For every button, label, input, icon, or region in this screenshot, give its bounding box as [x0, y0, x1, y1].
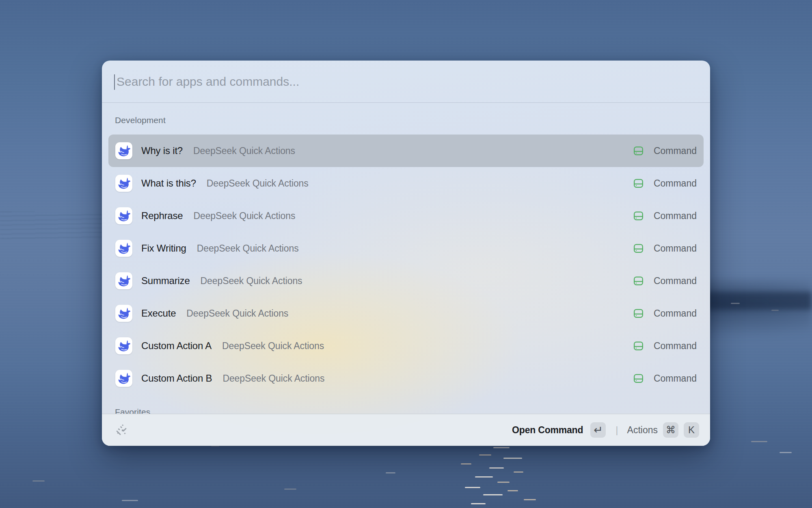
command-subtitle: DeepSeek Quick Actions — [193, 145, 295, 156]
command-row[interactable]: Execute DeepSeek Quick Actions Command — [108, 297, 704, 330]
command-list: Development Why is it? DeepSeek Quick Ac… — [102, 103, 710, 414]
command-accessory: Command — [633, 308, 697, 319]
k-key: K — [684, 422, 699, 438]
command-key: ⌘ — [663, 422, 678, 438]
command-subtitle: DeepSeek Quick Actions — [201, 276, 302, 287]
text-caret — [114, 74, 115, 90]
favorites-section-label: Favorites — [115, 407, 704, 414]
command-title: Summarize — [141, 275, 190, 287]
accessory-label: Command — [654, 211, 697, 221]
accessory-label: Command — [654, 373, 697, 384]
actions-label: Actions — [627, 425, 658, 436]
raycast-logo-icon — [115, 423, 128, 436]
command-subtitle: DeepSeek Quick Actions — [207, 178, 309, 189]
deepseek-whale-icon — [115, 272, 132, 289]
development-section-label: Development — [115, 115, 704, 126]
command-accessory: Command — [633, 211, 697, 221]
deepseek-whale-icon — [115, 207, 132, 224]
footer-actions: Open Command ↵ | Actions ⌘ K — [512, 422, 699, 438]
return-key: ↵ — [590, 422, 606, 438]
deepseek-whale-icon — [115, 175, 132, 192]
command-accessory: Command — [633, 145, 697, 156]
footer: Open Command ↵ | Actions ⌘ K — [102, 414, 710, 446]
accessory-label: Command — [654, 308, 697, 319]
command-row[interactable]: What is this? DeepSeek Quick Actions Com… — [108, 167, 704, 200]
deepseek-whale-icon — [115, 337, 132, 354]
command-subtitle: DeepSeek Quick Actions — [222, 341, 324, 352]
command-subtitle: DeepSeek Quick Actions — [186, 308, 288, 319]
command-subtitle: DeepSeek Quick Actions — [222, 373, 324, 384]
open-command-label: Open Command — [512, 425, 583, 436]
command-subtitle: DeepSeek Quick Actions — [193, 211, 295, 221]
command-row[interactable]: Custom Action A DeepSeek Quick Actions C… — [108, 330, 704, 362]
command-row[interactable]: Rephrase DeepSeek Quick Actions Command — [108, 200, 704, 232]
search-input[interactable] — [102, 61, 710, 102]
command-title: Fix Writing — [141, 243, 186, 254]
command-title: Custom Action B — [141, 373, 212, 384]
command-accessory: Command — [633, 276, 697, 287]
hard-drive-icon — [633, 178, 644, 189]
hard-drive-icon — [633, 341, 644, 352]
accessory-label: Command — [654, 276, 697, 287]
command-subtitle: DeepSeek Quick Actions — [197, 243, 299, 254]
accessory-label: Command — [654, 178, 697, 189]
command-accessory: Command — [633, 341, 697, 352]
command-row[interactable]: Summarize DeepSeek Quick Actions Command — [108, 265, 704, 297]
command-accessory: Command — [633, 373, 697, 384]
hard-drive-icon — [633, 145, 644, 156]
accessory-label: Command — [654, 145, 697, 156]
command-title: Custom Action A — [141, 340, 212, 352]
deepseek-whale-icon — [115, 240, 132, 257]
open-command-button[interactable]: Open Command ↵ — [512, 422, 606, 438]
command-title: Rephrase — [141, 210, 183, 221]
hard-drive-icon — [633, 211, 644, 221]
accessory-label: Command — [654, 243, 697, 254]
hard-drive-icon — [633, 276, 644, 287]
hard-drive-icon — [633, 308, 644, 319]
hard-drive-icon — [633, 373, 644, 384]
deepseek-whale-icon — [115, 142, 132, 159]
deepseek-whale-icon — [115, 305, 132, 322]
command-row[interactable]: Fix Writing DeepSeek Quick Actions Comma… — [108, 232, 704, 265]
command-accessory: Command — [633, 178, 697, 189]
actions-button[interactable]: Actions ⌘ K — [627, 422, 699, 438]
command-title: Why is it? — [141, 145, 183, 156]
accessory-label: Command — [654, 341, 697, 352]
command-title: What is this? — [141, 178, 196, 189]
command-title: Execute — [141, 308, 176, 319]
deepseek-whale-icon — [115, 370, 132, 387]
command-accessory: Command — [633, 243, 697, 254]
hard-drive-icon — [633, 243, 644, 254]
search-bar — [102, 61, 710, 103]
footer-divider: | — [615, 424, 618, 436]
command-row[interactable]: Why is it? DeepSeek Quick Actions Comman… — [108, 135, 704, 167]
launcher-panel: Development Why is it? DeepSeek Quick Ac… — [102, 61, 710, 446]
command-row[interactable]: Custom Action B DeepSeek Quick Actions C… — [108, 362, 704, 395]
